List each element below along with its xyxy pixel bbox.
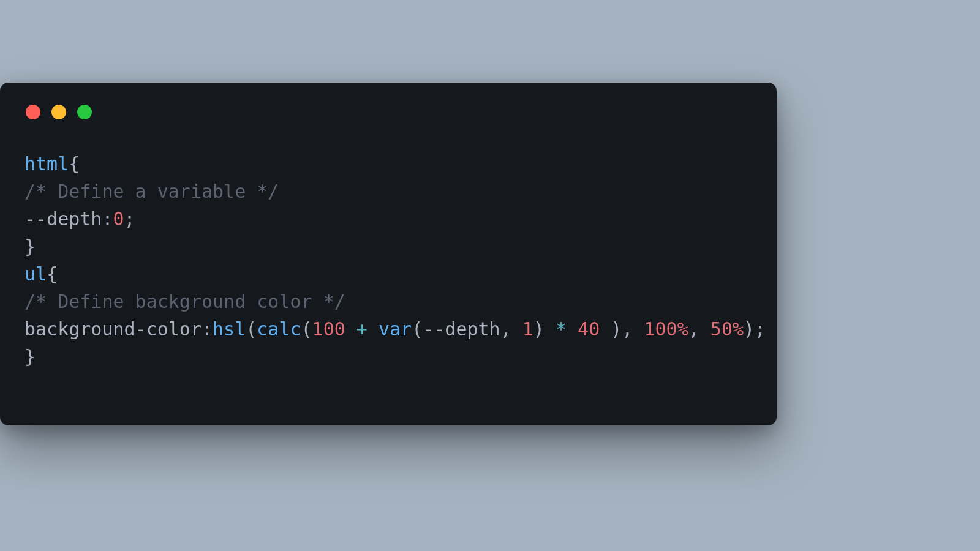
paren-open: (: [246, 318, 257, 340]
brace-open: {: [47, 263, 58, 285]
code-editor-window: html{ /* Define a variable */ --depth:0;…: [0, 83, 777, 425]
selector-ul: ul: [24, 263, 47, 285]
brace-close: }: [24, 236, 36, 257]
semicolon: ;: [124, 208, 135, 230]
minimize-icon[interactable]: [51, 105, 66, 119]
paren-close: ): [744, 318, 755, 340]
css-property: background-color: [24, 318, 202, 340]
brace-close: }: [24, 346, 36, 367]
comma: ,: [500, 318, 522, 340]
brace-open: {: [69, 153, 80, 174]
selector-html: html: [24, 153, 69, 174]
comma: ,: [622, 318, 644, 340]
css-custom-prop: --depth: [423, 318, 500, 340]
comment: /* Define background color */: [24, 291, 345, 312]
paren-close: ): [611, 318, 622, 340]
number: 0: [113, 208, 124, 230]
paren-open: (: [412, 318, 423, 340]
comma: ,: [688, 318, 710, 340]
space: [600, 318, 611, 340]
comment: /* Define a variable */: [24, 181, 279, 202]
colon: :: [202, 318, 213, 340]
number: 50%: [710, 318, 744, 340]
close-icon[interactable]: [26, 105, 40, 119]
css-custom-prop: --depth: [24, 208, 102, 230]
number: 1: [522, 318, 533, 340]
number: 100: [312, 318, 345, 340]
paren-open: (: [301, 318, 312, 340]
fn-var: var: [379, 318, 412, 340]
operator-multiply: *: [545, 318, 578, 340]
colon: :: [102, 208, 113, 230]
zoom-icon[interactable]: [77, 105, 92, 119]
fn-calc: calc: [257, 318, 301, 340]
paren-close: ): [533, 318, 545, 340]
fn-hsl: hsl: [213, 318, 246, 340]
operator-plus: +: [345, 318, 379, 340]
window-traffic-lights: [26, 105, 752, 119]
number: 100%: [644, 318, 688, 340]
number: 40: [578, 318, 600, 340]
semicolon: ;: [755, 318, 766, 340]
code-block[interactable]: html{ /* Define a variable */ --depth:0;…: [24, 150, 752, 370]
